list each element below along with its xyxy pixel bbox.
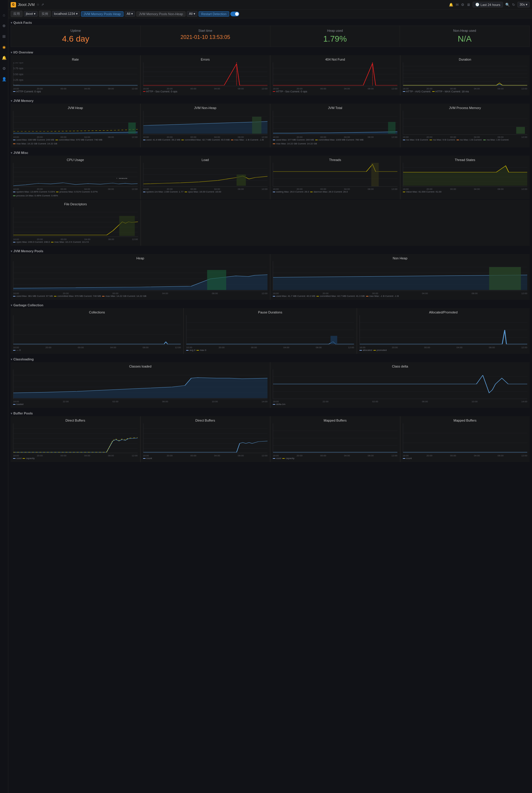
classloading-header[interactable]: Classloading [11, 356, 530, 362]
jvm-misc-section: JVM Misc CPU Usage ↑ wave [11, 150, 530, 246]
load-legend: system-1m Max: 2.68 Current: 1.77 cpus M… [143, 190, 268, 193]
restart-detection-button[interactable]: Restart Detection [198, 11, 229, 17]
jvm-memory-header[interactable]: JVM Memory [11, 98, 530, 104]
jvm-misc-header[interactable]: JVM Misc [11, 150, 530, 156]
allocated-title: Allocated/Promoted [360, 311, 527, 314]
share-icon[interactable]: ⇗ [41, 3, 44, 6]
jvm-process-panel: JVM Process Memory 16:0020:0000:0004:000… [400, 104, 530, 147]
classes-loaded-legend: loaded [13, 403, 267, 406]
class-delta-panel: Class delta 18:0022:0002:0006:0010:0014:… [270, 362, 530, 408]
sidebar-icon-search[interactable]: ⊕ [1, 23, 7, 29]
pools-heap-title: Heap [13, 256, 267, 260]
refresh-rate-badge[interactable]: 30s ▾ [517, 2, 530, 7]
nonheapused-fact: Non-Heap used N/A [400, 26, 529, 47]
file-desc-x-labels: 16:0020:0000:0004:0008:0012:00 [13, 238, 138, 241]
allocated-panel: Allocated/Promoted 16:0020:0000:0004:000… [357, 308, 530, 354]
classes-loaded-panel: Classes loaded 18:0022:0002:0006:0010:0 [11, 362, 270, 408]
pools-heap-legend: used Max: 381 MB Current: 97 MB committe… [13, 295, 267, 297]
alert-icon[interactable]: 🔔 [449, 3, 453, 7]
nav-filter-heap[interactable]: JVM Memory Pools Heap [81, 11, 124, 17]
sidebar-icon-chart[interactable]: ◉ [1, 44, 7, 50]
thread-states-svg [403, 163, 528, 186]
404-legend-item: HTTP - 5xx Current: 0 ops [273, 90, 307, 93]
collections-panel: Collections 16:0020:0000:0004:0008:0012:… [11, 308, 183, 354]
direct-buffers-count-x-labels: 16:0020:0000:0004:0008:0012:00 [143, 454, 268, 457]
sidebar-icon-alert[interactable]: 🔔 [1, 55, 7, 61]
search-icon[interactable]: 🔍 [505, 3, 510, 7]
jvm-total-title: JVM Total [273, 106, 398, 110]
direct-buffers-cap-svg [13, 423, 138, 453]
rate-y3: 0.50 ops [13, 73, 23, 76]
collections-title: Collections [13, 311, 181, 314]
starttime-value: 2021-01-10 13:53:05 [144, 34, 267, 40]
duration-chart-area [403, 62, 528, 86]
gc-header[interactable]: Garbage Collection [11, 302, 530, 308]
pools-heap-svg [13, 261, 267, 291]
jvm-process-area [403, 111, 528, 134]
sidebar-icon-home[interactable]: ⌂ [1, 12, 7, 18]
jvm-process-title: JVM Process Memory [403, 106, 528, 110]
jvm-total-legend: used Max: 377 MB Current: 289 MB committ… [273, 139, 398, 145]
quick-facts-header[interactable]: Quick Facts [11, 20, 530, 25]
refresh-icon[interactable]: ↻ [512, 3, 515, 7]
starttime-label: Start time [144, 29, 267, 32]
mapped-buffers-legend: used capacity [273, 457, 398, 460]
classloading-grid: Classes loaded 18:0022:0002:0006:0010:0 [11, 362, 530, 408]
classes-loaded-area [13, 369, 267, 399]
pools-nonheap-panel: Non Heap 16:0020:0000:00 [270, 254, 530, 300]
nav-dropdown-jboot[interactable]: jboot ▾ [24, 11, 38, 17]
time-range-button[interactable]: 🕐 Last 24 hours [473, 2, 503, 7]
monitor-icon[interactable]: 🖥 [467, 3, 470, 7]
classes-loaded-x-labels: 18:0022:0002:0006:0010:0014:00 [13, 400, 267, 403]
rate-chart-title: Rate [13, 58, 138, 61]
nav-tag-instance[interactable]: 实例 [39, 11, 51, 17]
sidebar-icon-user[interactable]: 👤 [1, 76, 7, 82]
nav-dropdown-all2[interactable]: All ▾ [187, 11, 197, 17]
jvm-heap-panel: JVM Heap [11, 104, 140, 147]
nav-tag-app[interactable]: 应用 [11, 11, 22, 17]
duration-legend-avg: HTTP - AVG Current: [403, 90, 431, 93]
threads-chart-area [273, 163, 398, 187]
gc-grid: Collections 16:0020:0000:0004:0008:0012:… [11, 308, 530, 354]
nav-filter-nonheap[interactable]: JVM Memory Pools Non-Heap [136, 11, 186, 17]
svg-marker-25 [144, 122, 268, 134]
load-title: Load [143, 158, 268, 162]
pause-title: Pause Durations [186, 311, 354, 314]
svg-rect-26 [252, 117, 261, 134]
io-overview-header[interactable]: I/O Overview [11, 49, 530, 55]
cpu-x-labels: 16:0020:0000:0004:0008:0012:00 [13, 188, 138, 190]
load-chart-area [143, 163, 268, 187]
clock-icon: 🕐 [475, 3, 479, 6]
rate-legend-item: HTTP Current: 0 ops [13, 90, 41, 93]
sidebar-icon-gear[interactable]: ⚙ [1, 66, 7, 71]
collections-x-labels: 16:0020:0000:0004:0008:0012:00 [13, 346, 181, 349]
cpu-svg: ↑ wave [13, 163, 138, 186]
class-delta-legend: delta-1m [273, 403, 527, 406]
buffer-pools-grid: Direct Buffers 16:0020:0 [11, 416, 530, 462]
jvm-total-panel: JVM Total 16:0020:0000:0004:0008:0012:0 [270, 104, 400, 147]
buffer-pools-header[interactable]: Buffer Pools [11, 410, 530, 416]
mapped-buffers-count-area [403, 423, 528, 453]
allocated-svg [360, 315, 527, 345]
file-desc-title: File Descriptors [13, 202, 138, 206]
restart-toggle[interactable] [230, 12, 239, 16]
nav-dropdown-localhost[interactable]: localhost:1234 ▾ [52, 11, 80, 17]
direct-buffers-count-panel: Direct Buffers 16:0020:0000:0004:0008:0 [141, 416, 270, 462]
svg-rect-75 [331, 336, 338, 344]
file-desc-panel: File Descriptors [11, 200, 140, 246]
duration-chart-svg [403, 62, 528, 86]
settings-icon[interactable]: ⚙ [461, 3, 464, 7]
quick-facts-grid: Uptime 4.6 day Start time 2021-01-10 13:… [11, 25, 530, 47]
errors-legend: HTTP - 5xx Current: 0 ops [143, 90, 268, 93]
pools-nonheap-svg [273, 261, 527, 291]
load-chart-panel: Load 16:0020:0000:0004:0008:0012:00 [141, 156, 270, 199]
sidebar-icon-apps[interactable]: ⊞ [1, 33, 7, 39]
threads-svg [273, 163, 398, 186]
jvm-memory-pools-header[interactable]: JVM Memory Pools [11, 248, 530, 254]
star-icon[interactable]: ☆ [37, 3, 39, 6]
404-legend: HTTP - 5xx Current: 0 ops [273, 90, 398, 93]
email-icon[interactable]: ✉ [456, 3, 459, 7]
svg-rect-63 [207, 270, 226, 290]
nav-dropdown-all1[interactable]: All ▾ [125, 11, 135, 17]
jvm-nonheap-x-labels: 16:0020:0000:0004:0008:0012:00 [143, 136, 268, 139]
